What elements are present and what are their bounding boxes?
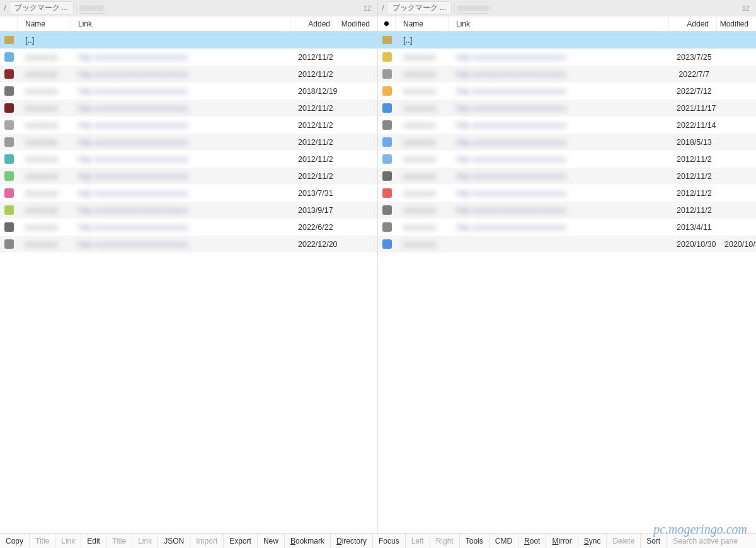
row-name: xxxxxxxx <box>18 205 71 215</box>
parent-label: [..] <box>396 35 449 45</box>
search-input[interactable]: Search active pane <box>667 537 756 545</box>
row-added: 2022/7/12 <box>669 87 717 96</box>
right-header-modified[interactable]: Modified <box>717 16 756 31</box>
table-row[interactable]: xxxxxxxxhttp xxxxxxxxxxxxxxxxxxxxxxx2012… <box>0 100 377 117</box>
bottom-btn-bookmark[interactable]: Bookmark <box>285 534 331 548</box>
bottom-btn-mirror[interactable]: Mirror <box>546 534 578 548</box>
table-row[interactable]: xxxxxxxxhttp xxxxxxxxxxxxxxxxxxxxxxx2023… <box>378 49 756 66</box>
table-row[interactable]: xxxxxxxxhttp xxxxxxxxxxxxxxxxxxxxxxx2012… <box>378 202 756 219</box>
left-header-name[interactable]: Name <box>18 16 71 31</box>
parent-row[interactable]: [..] <box>0 31 377 49</box>
bottom-btn-left: Left <box>406 534 430 548</box>
favicon-icon <box>382 120 392 130</box>
favicon-icon <box>382 103 392 113</box>
favicon-icon <box>382 188 392 198</box>
table-row[interactable]: xxxxxxxxhttp xxxxxxxxxxxxxxxxxxxxxxx2022… <box>0 236 377 253</box>
right-crumb-1[interactable]: ブックマーク ... <box>387 1 452 14</box>
row-modified: 2020/10/30 <box>717 240 756 249</box>
left-list[interactable]: [..]xxxxxxxxhttp xxxxxxxxxxxxxxxxxxxxxxx… <box>0 31 377 533</box>
row-name: xxxxxxxx <box>18 69 71 79</box>
right-header-icon[interactable] <box>378 16 396 31</box>
table-row[interactable]: xxxxxxxxhttp xxxxxxxxxxxxxxxxxxxxxxx2013… <box>378 219 756 236</box>
row-link: http xxxxxxxxxxxxxxxxxxxxxxx <box>449 222 669 232</box>
bottom-btn-edit[interactable]: Edit <box>81 534 106 548</box>
row-link: http xxxxxxxxxxxxxxxxxxxxxxx <box>449 103 669 113</box>
bottom-btn-copy[interactable]: Copy <box>0 534 30 548</box>
bottom-btn-json[interactable]: JSON <box>158 534 190 548</box>
row-link: http xxxxxxxxxxxxxxxxxxxxxxx <box>449 52 669 62</box>
left-header-modified[interactable]: Modified <box>338 16 377 31</box>
table-row[interactable]: xxxxxxxxhttp xxxxxxxxxxxxxxxxxxxxxxx2012… <box>378 185 756 202</box>
table-row[interactable]: xxxxxxxx2020/10/302020/10/30 <box>378 236 756 253</box>
bottom-btn-tools[interactable]: Tools <box>460 534 490 548</box>
bottom-btn-directory[interactable]: Directory <box>331 534 373 548</box>
left-pane: / ブックマーク ... xxxxx 12 Name Link Added Mo… <box>0 0 378 533</box>
table-row[interactable]: xxxxxxxxhttp xxxxxxxxxxxxxxxxxxxxxxx2018… <box>0 83 377 100</box>
bottom-btn-sync[interactable]: Sync <box>578 534 607 548</box>
row-link: http xxxxxxxxxxxxxxxxxxxxxxx <box>71 103 290 113</box>
table-row[interactable]: xxxxxxxxhttp xxxxxxxxxxxxxxxxxxxxxxx2012… <box>0 66 377 83</box>
row-added: 2013/7/31 <box>290 189 338 198</box>
right-count: 12 <box>742 4 752 12</box>
bottom-btn-link: Link <box>55 534 81 548</box>
favicon-icon <box>382 222 392 232</box>
row-added: 2022/11/14 <box>669 121 717 130</box>
favicon-icon <box>4 222 14 232</box>
row-link: http xxxxxxxxxxxxxxxxxxxxxxx <box>449 205 669 215</box>
right-header-added[interactable]: Added <box>669 16 717 31</box>
row-name: xxxxxxxx <box>396 205 449 215</box>
table-row[interactable]: xxxxxxxxhttp xxxxxxxxxxxxxxxxxxxxxxx2012… <box>378 151 756 168</box>
row-name: xxxxxxxx <box>18 103 71 113</box>
left-crumb-2[interactable]: xxxxx <box>76 3 106 14</box>
table-row[interactable]: xxxxxxxxhttp xxxxxxxxxxxxxxxxxxxxxxx2012… <box>378 168 756 185</box>
left-header-added[interactable]: Added <box>290 16 338 31</box>
table-row[interactable]: xxxxxxxxhttp xxxxxxxxxxxxxxxxxxxxxxx2012… <box>0 151 377 168</box>
table-row[interactable]: xxxxxxxxhttp xxxxxxxxxxxxxxxxxxxxxxx2012… <box>0 134 377 151</box>
bottom-btn-root[interactable]: Root <box>518 534 546 548</box>
row-added: 2013/9/17 <box>290 206 338 215</box>
bottom-btn-export[interactable]: Export <box>224 534 258 548</box>
table-row[interactable]: xxxxxxxxhttp xxxxxxxxxxxxxxxxxxxxxxx2022… <box>378 83 756 100</box>
parent-row[interactable]: [..] <box>378 31 756 49</box>
row-added: 2012/11/2 <box>290 172 338 181</box>
table-row[interactable]: xxxxxxxxhttp xxxxxxxxxxxxxxxxxxxxxxx2022… <box>378 66 756 83</box>
bottom-btn-cmd[interactable]: CMD <box>490 534 518 548</box>
table-row[interactable]: xxxxxxxxhttp xxxxxxxxxxxxxxxxxxxxxxx2012… <box>0 117 377 134</box>
right-list[interactable]: [..]xxxxxxxxhttp xxxxxxxxxxxxxxxxxxxxxxx… <box>378 31 756 533</box>
table-row[interactable]: xxxxxxxxhttp xxxxxxxxxxxxxxxxxxxxxxx2013… <box>0 202 377 219</box>
right-crumb-2[interactable]: xxxxxxx <box>454 3 492 14</box>
row-link: http xxxxxxxxxxxxxxxxxxxxxxx <box>71 120 290 130</box>
row-name: xxxxxxxx <box>18 239 71 249</box>
table-row[interactable]: xxxxxxxxhttp xxxxxxxxxxxxxxxxxxxxxxx2022… <box>378 117 756 134</box>
table-row[interactable]: xxxxxxxxhttp xxxxxxxxxxxxxxxxxxxxxxx2012… <box>0 168 377 185</box>
favicon-icon <box>382 86 392 96</box>
favicon-icon <box>382 137 392 147</box>
favicon-icon <box>4 154 14 164</box>
row-name: xxxxxxxx <box>18 188 71 198</box>
bottombar: CopyTitleLinkEditTitleLinkJSONImportExpo… <box>0 533 756 548</box>
left-header-link[interactable]: Link <box>71 16 290 31</box>
table-row[interactable]: xxxxxxxxhttp xxxxxxxxxxxxxxxxxxxxxxx2012… <box>0 49 377 66</box>
row-link: http xxxxxxxxxxxxxxxxxxxxxxx <box>449 171 669 181</box>
row-added: 2021/11/17 <box>669 104 717 113</box>
left-crumb-1[interactable]: ブックマーク ... <box>9 1 74 14</box>
table-row[interactable]: xxxxxxxxhttp xxxxxxxxxxxxxxxxxxxxxxx2022… <box>0 219 377 236</box>
bottom-btn-sort[interactable]: Sort <box>641 534 667 548</box>
table-row[interactable]: xxxxxxxxhttp xxxxxxxxxxxxxxxxxxxxxxx2018… <box>378 134 756 151</box>
favicon-icon <box>4 69 14 79</box>
left-header-icon <box>0 16 18 31</box>
right-header-link[interactable]: Link <box>449 16 669 31</box>
table-row[interactable]: xxxxxxxxhttp xxxxxxxxxxxxxxxxxxxxxxx2021… <box>378 100 756 117</box>
row-added: 2012/11/2 <box>290 104 338 113</box>
favicon-icon <box>4 120 14 130</box>
row-name: xxxxxxxx <box>18 154 71 164</box>
row-link: http xxxxxxxxxxxxxxxxxxxxxxx <box>449 120 669 130</box>
bottom-btn-new[interactable]: New <box>258 534 285 548</box>
bottom-btn-focus[interactable]: Focus <box>373 534 406 548</box>
row-added: 2022/7/7 <box>669 70 717 79</box>
table-row[interactable]: xxxxxxxxhttp xxxxxxxxxxxxxxxxxxxxxxx2013… <box>0 185 377 202</box>
row-name: xxxxxxxx <box>18 171 71 181</box>
row-link: http xxxxxxxxxxxxxxxxxxxxxxx <box>449 154 669 164</box>
right-pane: / ブックマーク ... xxxxxxx 12 Name Link Added … <box>378 0 756 533</box>
right-header-name[interactable]: Name <box>396 16 449 31</box>
